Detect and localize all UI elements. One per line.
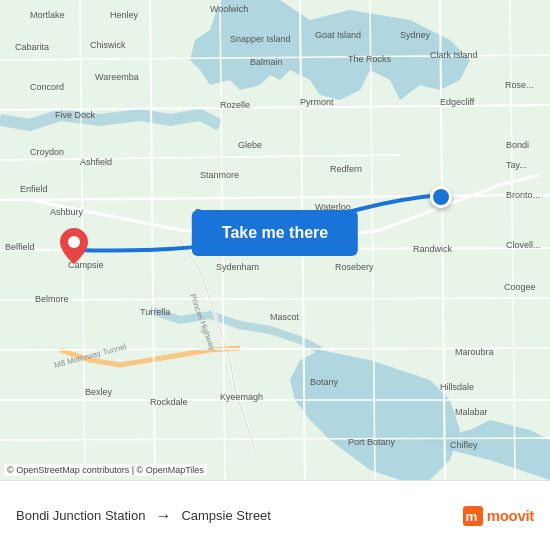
svg-text:Cabarita: Cabarita: [15, 42, 49, 52]
destination-label: Campsie Street: [181, 508, 271, 523]
svg-text:Clovell...: Clovell...: [506, 240, 541, 250]
svg-text:Rosebery: Rosebery: [335, 262, 374, 272]
svg-text:Sydenham: Sydenham: [216, 262, 259, 272]
svg-text:Mortlake: Mortlake: [30, 10, 65, 20]
svg-text:Concord: Concord: [30, 82, 64, 92]
svg-text:Stanmore: Stanmore: [200, 170, 239, 180]
svg-text:Croydon: Croydon: [30, 147, 64, 157]
svg-text:Coogee: Coogee: [504, 282, 536, 292]
svg-text:Chifley: Chifley: [450, 440, 478, 450]
svg-text:Hillsdale: Hillsdale: [440, 382, 474, 392]
svg-text:Chiswick: Chiswick: [90, 40, 126, 50]
svg-text:Clark Island: Clark Island: [430, 50, 478, 60]
svg-text:Malabar: Malabar: [455, 407, 488, 417]
svg-text:Pyrmont: Pyrmont: [300, 97, 334, 107]
svg-text:Sydney: Sydney: [400, 30, 431, 40]
svg-text:Mascot: Mascot: [270, 312, 300, 322]
svg-text:The Rocks: The Rocks: [348, 54, 392, 64]
svg-text:Balmain: Balmain: [250, 57, 283, 67]
svg-text:Maroubra: Maroubra: [455, 347, 494, 357]
moovit-logo: m moovit: [463, 506, 534, 526]
moovit-logo-text: moovit: [487, 507, 534, 524]
svg-text:Henley: Henley: [110, 10, 139, 20]
svg-text:Bexley: Bexley: [85, 387, 113, 397]
svg-text:Rose...: Rose...: [505, 80, 534, 90]
svg-text:Woolwich: Woolwich: [210, 4, 248, 14]
svg-text:Redfern: Redfern: [330, 164, 362, 174]
svg-text:Glebe: Glebe: [238, 140, 262, 150]
svg-text:Five Dock: Five Dock: [55, 110, 96, 120]
svg-text:Randwick: Randwick: [413, 244, 453, 254]
svg-text:Rozelle: Rozelle: [220, 100, 250, 110]
svg-point-68: [68, 236, 80, 248]
bottom-bar: Bondi Junction Station → Campsie Street …: [0, 480, 550, 550]
moovit-logo-icon: m: [463, 506, 483, 526]
svg-text:Belmore: Belmore: [35, 294, 69, 304]
svg-text:Snapper Island: Snapper Island: [230, 34, 291, 44]
svg-text:Ashfield: Ashfield: [80, 157, 112, 167]
map-attribution: © OpenStreetMap contributors | © OpenMap…: [4, 464, 207, 476]
svg-text:Rockdale: Rockdale: [150, 397, 188, 407]
svg-text:Port Botany: Port Botany: [348, 437, 396, 447]
map-container[interactable]: Mortlake Henley Woolwich Goat Island Syd…: [0, 0, 550, 480]
svg-text:Wareemba: Wareemba: [95, 72, 139, 82]
svg-text:m: m: [465, 509, 477, 524]
route-info: Bondi Junction Station → Campsie Street: [16, 507, 463, 525]
svg-text:Bondi: Bondi: [506, 140, 529, 150]
route-arrow-icon: →: [155, 507, 171, 525]
svg-text:Turrella: Turrella: [140, 307, 170, 317]
origin-label: Bondi Junction Station: [16, 508, 145, 523]
svg-text:Edgecliff: Edgecliff: [440, 97, 475, 107]
svg-text:Bronto...: Bronto...: [506, 190, 540, 200]
svg-text:Tay...: Tay...: [506, 160, 527, 170]
svg-text:Goat Island: Goat Island: [315, 30, 361, 40]
svg-text:Kyeemagh: Kyeemagh: [220, 392, 263, 402]
origin-marker: [430, 186, 452, 208]
svg-text:Belfield: Belfield: [5, 242, 35, 252]
svg-text:Enfield: Enfield: [20, 184, 48, 194]
svg-text:Ashbury: Ashbury: [50, 207, 84, 217]
destination-marker: [60, 228, 88, 264]
svg-text:Botany: Botany: [310, 377, 339, 387]
take-me-there-button[interactable]: Take me there: [192, 210, 358, 256]
